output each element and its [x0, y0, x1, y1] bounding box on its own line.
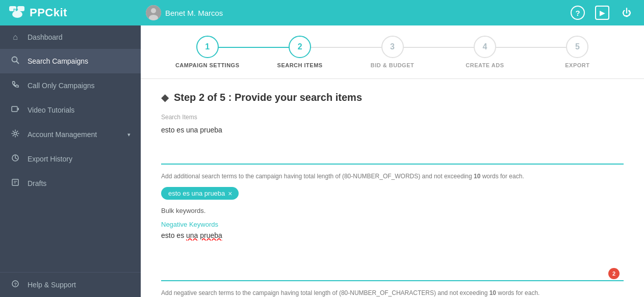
hint-text-bottom: Add negative search terms to the campaig…	[161, 288, 624, 297]
sidebar-label-account-management: Account Management	[28, 130, 127, 139]
tag-item[interactable]: esto es una prueba ×	[161, 187, 239, 200]
sidebar-label-dashboard: Dashboard	[28, 33, 131, 41]
wizard-step-1: 1 CAMPAIGN SETTINGS	[161, 36, 253, 68]
sidebar-item-video-tutorials[interactable]: Video Tutorials	[0, 98, 141, 122]
page-content: ◆ Step 2 of 5 : Provide your search item…	[141, 79, 644, 297]
svg-rect-13	[12, 179, 18, 185]
step-circle-5: 5	[566, 36, 588, 58]
wizard-bar: 1 CAMPAIGN SETTINGS 2 SEARCH ITEMS 3 BID…	[141, 25, 644, 79]
avatar	[146, 5, 161, 20]
sidebar-item-dashboard[interactable]: ⌂ Dashboard	[0, 25, 141, 49]
content-area: 1 CAMPAIGN SETTINGS 2 SEARCH ITEMS 3 BID…	[141, 25, 644, 297]
history-icon	[10, 154, 20, 164]
sidebar-label-video-tutorials: Video Tutorials	[28, 106, 131, 114]
user-area: Benet M. Marcos	[141, 5, 571, 20]
top-nav: PP PPCkit Benet M. Marcos ? ▶ ⏻	[0, 0, 644, 25]
page-title: ◆ Step 2 of 5 : Provide your search item…	[161, 91, 624, 103]
bulk-keywords-link[interactable]: Bulk keywords.	[161, 207, 624, 214]
sidebar-item-drafts[interactable]: Drafts	[0, 171, 141, 196]
hint-text: Add additional search terms to the campa…	[161, 172, 624, 181]
tag-list: esto es una prueba ×	[161, 187, 624, 200]
sidebar-item-export-history[interactable]: Export History	[0, 147, 141, 171]
sidebar-label-search-campaigns: Search Campaigns	[28, 57, 131, 65]
step-label-1: CAMPAIGN SETTINGS	[175, 62, 240, 68]
question-icon: ?	[10, 280, 20, 290]
svg-rect-1	[17, 6, 24, 11]
home-icon: ⌂	[10, 33, 20, 42]
video-icon	[10, 105, 20, 115]
search-items-textarea[interactable]: <span class="spell-underline">esto es un…	[161, 124, 624, 165]
sidebar-item-call-only-campaigns[interactable]: Call Only Campaigns	[0, 73, 141, 98]
logo-text: PPCkit	[30, 6, 67, 19]
phone-icon	[10, 80, 20, 91]
svg-point-11	[14, 132, 17, 135]
sidebar-label-drafts: Drafts	[28, 179, 131, 187]
power-icon[interactable]: ⏻	[620, 6, 634, 20]
user-name: Benet M. Marcos	[165, 9, 223, 17]
search-icon	[10, 56, 20, 66]
logo-icon: PP	[8, 4, 27, 22]
step-label-2: SEARCH ITEMS	[277, 62, 323, 68]
neg-area-wrapper: 2	[161, 240, 624, 283]
diamond-icon: ◆	[161, 91, 169, 103]
step-circle-3: 3	[381, 36, 404, 58]
svg-line-8	[17, 62, 19, 64]
step-label-5: EXPORT	[565, 62, 589, 68]
wizard-step-3: 3 BID & BUDGET	[346, 36, 439, 68]
sidebar-label-help-support: Help & Support	[28, 281, 131, 289]
step-circle-2: 2	[289, 36, 311, 58]
svg-text:?: ?	[14, 282, 17, 287]
tag-close-button[interactable]: ×	[228, 190, 232, 197]
drafts-icon	[10, 178, 20, 188]
step2-badge: 2	[608, 268, 620, 279]
svg-point-2	[12, 11, 22, 18]
wizard-step-5: 5 EXPORT	[531, 36, 624, 68]
sidebar-label-call-only: Call Only Campaigns	[28, 82, 131, 90]
sidebar-item-help-support[interactable]: ? Help & Support	[0, 272, 141, 297]
neg-keywords-text: esto es una prueba	[161, 231, 624, 239]
wizard-step-4: 4 CREATE ADS	[439, 36, 531, 68]
sidebar: ⌂ Dashboard Search Campaigns Call Only C…	[0, 25, 141, 297]
help-icon[interactable]: ?	[571, 6, 585, 20]
sidebar-item-account-management[interactable]: Account Management ▾	[0, 122, 141, 147]
tag-text: esto es una prueba	[168, 190, 225, 197]
logo-area: PP PPCkit	[0, 4, 141, 22]
chevron-icon: ▾	[127, 131, 131, 138]
step-label-3: BID & BUDGET	[371, 62, 414, 68]
step-circle-1: 1	[196, 36, 219, 58]
sidebar-label-export-history: Export History	[28, 155, 131, 163]
gear-icon	[10, 129, 20, 140]
page-heading: Step 2 of 5 : Provide your search items	[174, 92, 362, 103]
svg-text:PP: PP	[13, 8, 18, 12]
search-items-label: Search Items	[161, 114, 624, 121]
step-circle-4: 4	[474, 36, 496, 58]
search-items-field: Search Items <span class="spell-underlin…	[161, 114, 624, 167]
neg-keywords-label: Negative Keywords	[161, 221, 624, 228]
main-layout: ⌂ Dashboard Search Campaigns Call Only C…	[0, 25, 644, 297]
neg-keywords-textarea[interactable]	[161, 240, 624, 281]
svg-point-5	[151, 8, 156, 13]
nav-icons: ? ▶ ⏻	[571, 6, 644, 20]
svg-rect-9	[12, 106, 17, 112]
sidebar-item-search-campaigns[interactable]: Search Campaigns	[0, 49, 141, 73]
step-label-4: CREATE ADS	[466, 62, 504, 68]
wizard-step-2: 2 SEARCH ITEMS	[253, 36, 346, 68]
camera-icon[interactable]: ▶	[595, 6, 609, 20]
negative-keywords-field: Negative Keywords esto es una prueba 2	[161, 221, 624, 283]
